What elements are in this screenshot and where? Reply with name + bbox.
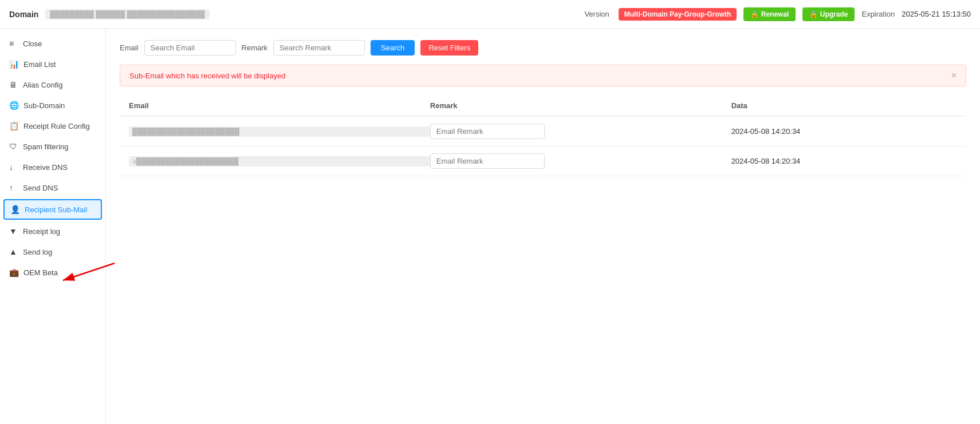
filter-bar: Email Remark Search Reset Filters — [120, 40, 966, 56]
receive-dns-label: Receive DNS — [23, 163, 68, 172]
alias-config-label: Alias Config — [23, 81, 62, 89]
domain-value: █████████ ██████ ████████████████ — [45, 9, 209, 19]
arrow-annotation — [0, 246, 143, 303]
email-cell-0: ██████████████████████ — [129, 126, 430, 137]
content-area: Email Remark Search Reset Filters Sub-Em… — [106, 29, 980, 424]
topbar: Domain █████████ ██████ ████████████████… — [0, 0, 980, 29]
recipient-sub-mail-icon: 👤 — [10, 205, 20, 214]
sidebar-item-spam-filtering[interactable]: 🛡 Spam filtering — [0, 136, 105, 157]
sidebar-item-send-dns[interactable]: ↑ Send DNS — [0, 177, 105, 198]
sidebar: ≡ Close📊 Email List🖥 Alias Config🌐 Sub-D… — [0, 29, 106, 424]
email-search-input[interactable] — [144, 40, 236, 56]
alert-close-button[interactable]: × — [951, 71, 957, 80]
send-dns-label: Send DNS — [23, 184, 58, 192]
alert-banner: Sub-Email which has received will be dis… — [120, 65, 966, 86]
upgrade-button[interactable]: 🔒 Upgrade — [802, 7, 855, 21]
receipt-rule-icon: 📋 — [9, 121, 19, 130]
remark-search-input[interactable] — [273, 40, 365, 56]
close-icon: ≡ — [9, 39, 18, 48]
receipt-log-label: Receipt log — [23, 227, 60, 236]
version-label: Version — [584, 10, 609, 18]
spam-filtering-icon: 🛡 — [9, 142, 18, 151]
table-header: Email Remark Data — [120, 96, 966, 117]
expiration-date: 2025-05-21 15:13:50 — [902, 10, 971, 18]
table-row: ██████████████████████ 2024-05-08 14:20:… — [120, 117, 966, 146]
sidebar-item-receipt-rule[interactable]: 📋 Receipt Rule Config — [0, 116, 105, 136]
version-badge: Multi-Domain Pay-Group-Growth — [619, 8, 737, 21]
receipt-rule-label: Receipt Rule Config — [23, 122, 90, 130]
email-list-label: Email List — [23, 60, 56, 69]
close-label: Close — [23, 39, 42, 48]
alias-config-icon: 🖥 — [9, 80, 18, 89]
col-remark: Remark — [430, 101, 731, 110]
renewal-button[interactable]: 🔒 Renewal — [743, 7, 796, 21]
spam-filtering-label: Spam filtering — [23, 142, 68, 151]
remark-input-0[interactable] — [430, 124, 545, 139]
domain-label: Domain — [9, 10, 38, 19]
sidebar-item-email-list[interactable]: 📊 Email List — [0, 54, 105, 74]
email-cell-1: a█████████████████████ — [129, 156, 430, 167]
sidebar-item-recipient-sub-mail[interactable]: 👤 Recipient Sub-Mail — [3, 199, 102, 220]
col-data: Data — [731, 101, 957, 110]
reset-filters-button[interactable]: Reset Filters — [420, 40, 478, 56]
col-email: Email — [129, 101, 430, 110]
sidebar-item-receipt-log[interactable]: ▼ Receipt log — [0, 221, 105, 241]
receipt-log-icon: ▼ — [9, 227, 18, 236]
email-filter-label: Email — [120, 43, 139, 52]
main-layout: ≡ Close📊 Email List🖥 Alias Config🌐 Sub-D… — [0, 29, 980, 424]
email-list-icon: 📊 — [9, 60, 19, 69]
sidebar-item-close[interactable]: ≡ Close — [0, 33, 105, 54]
receive-dns-icon: ↓ — [9, 163, 18, 172]
alert-message: Sub-Email which has received will be dis… — [129, 72, 285, 80]
date-cell-1: 2024-05-08 14:20:34 — [731, 157, 957, 165]
table-body: ██████████████████████ 2024-05-08 14:20:… — [120, 117, 966, 176]
sidebar-item-alias-config[interactable]: 🖥 Alias Config — [0, 74, 105, 95]
sub-domain-label: Sub-Domain — [23, 101, 65, 110]
search-button[interactable]: Search — [371, 40, 415, 56]
table-row: a█████████████████████ 2024-05-08 14:20:… — [120, 146, 966, 176]
sidebar-item-sub-domain[interactable]: 🌐 Sub-Domain — [0, 95, 105, 116]
expiration-label: Expiration — [861, 10, 895, 18]
sub-domain-icon: 🌐 — [9, 101, 19, 110]
remark-input-1[interactable] — [430, 153, 545, 169]
recipient-sub-mail-label: Recipient Sub-Mail — [25, 205, 87, 214]
svg-line-1 — [63, 263, 115, 280]
remark-filter-label: Remark — [242, 43, 268, 52]
send-dns-icon: ↑ — [9, 183, 18, 192]
date-cell-0: 2024-05-08 14:20:34 — [731, 127, 957, 136]
sidebar-item-receive-dns[interactable]: ↓ Receive DNS — [0, 157, 105, 177]
